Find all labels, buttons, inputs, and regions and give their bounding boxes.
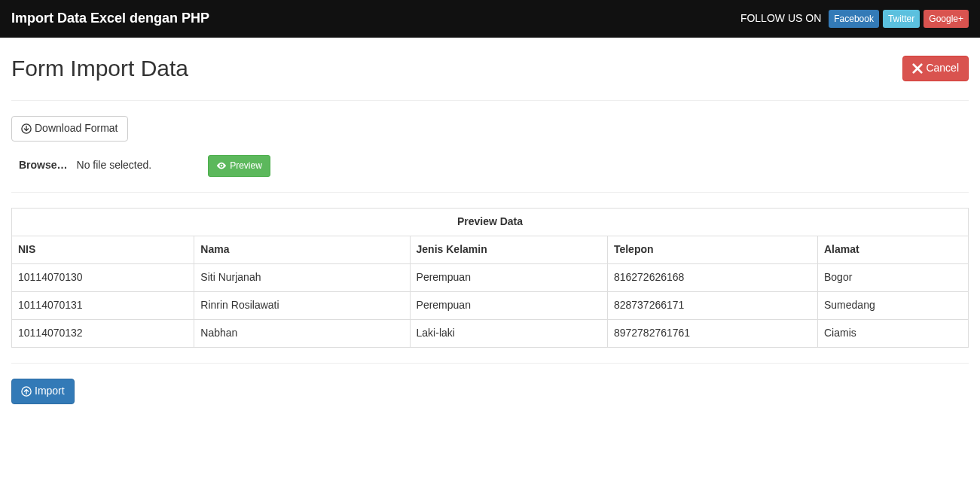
- cell-nama: Rinrin Rosilawati: [194, 291, 410, 319]
- col-header-nama: Nama: [194, 236, 410, 263]
- close-icon: [912, 63, 923, 74]
- table-header-row: NIS Nama Jenis Kelamin Telepon Alamat: [12, 236, 969, 263]
- file-upload-row: Browse… No file selected. Preview: [11, 155, 969, 177]
- cell-telepon: 8972782761761: [607, 319, 817, 347]
- col-header-alamat: Alamat: [818, 236, 969, 263]
- cell-nama: Nabhan: [194, 319, 410, 347]
- cell-nama: Siti Nurjanah: [194, 263, 410, 291]
- download-format-button[interactable]: Download Format: [11, 116, 128, 142]
- file-input[interactable]: Browse… No file selected.: [19, 158, 151, 173]
- col-header-telepon: Telepon: [607, 236, 817, 263]
- google-plus-button[interactable]: Google+: [924, 10, 969, 28]
- cell-telepon: 828737266171: [607, 291, 817, 319]
- cell-nis: 10114070131: [12, 291, 194, 319]
- cell-alamat: Sumedang: [818, 291, 969, 319]
- divider: [11, 100, 969, 101]
- divider: [11, 363, 969, 364]
- eye-icon: [216, 160, 227, 171]
- preview-button-label: Preview: [230, 160, 262, 172]
- preview-table: Preview Data NIS Nama Jenis Kelamin Tele…: [11, 208, 969, 348]
- brand-link[interactable]: Import Data Excel dengan PHP: [11, 0, 209, 40]
- navbar: Import Data Excel dengan PHP FOLLOW US O…: [0, 0, 980, 38]
- col-header-jenis-kelamin: Jenis Kelamin: [410, 236, 607, 263]
- cell-nis: 10114070132: [12, 319, 194, 347]
- col-header-nis: NIS: [12, 236, 194, 263]
- download-icon: [21, 123, 32, 134]
- browse-button[interactable]: Browse…: [19, 158, 68, 173]
- follow-us-text: FOLLOW US ON: [740, 11, 821, 26]
- cell-jenis-kelamin: Laki-laki: [410, 319, 607, 347]
- preview-button[interactable]: Preview: [208, 155, 270, 177]
- cancel-button-label: Cancel: [926, 61, 959, 76]
- download-format-label: Download Format: [35, 121, 118, 136]
- import-button[interactable]: Import: [11, 379, 75, 404]
- cell-alamat: Ciamis: [818, 319, 969, 347]
- facebook-button[interactable]: Facebook: [829, 10, 879, 28]
- cell-telepon: 816272626168: [607, 263, 817, 291]
- cell-alamat: Bogor: [818, 263, 969, 291]
- cell-jenis-kelamin: Perempuan: [410, 291, 607, 319]
- table-row: 10114070130 Siti Nurjanah Perempuan 8162…: [12, 263, 969, 291]
- table-row: 10114070132 Nabhan Laki-laki 89727827617…: [12, 319, 969, 347]
- page-title: Form Import Data: [11, 53, 188, 85]
- navbar-right: FOLLOW US ON Facebook Twitter Google+: [740, 10, 969, 28]
- file-status-text: No file selected.: [77, 158, 152, 173]
- table-caption: Preview Data: [12, 208, 969, 236]
- import-button-label: Import: [35, 384, 65, 399]
- cell-jenis-kelamin: Perempuan: [410, 263, 607, 291]
- cancel-button[interactable]: Cancel: [902, 56, 969, 81]
- svg-point-1: [221, 165, 223, 167]
- cell-nis: 10114070130: [12, 263, 194, 291]
- upload-icon: [21, 386, 32, 397]
- twitter-button[interactable]: Twitter: [883, 10, 920, 28]
- table-row: 10114070131 Rinrin Rosilawati Perempuan …: [12, 291, 969, 319]
- divider: [11, 192, 969, 193]
